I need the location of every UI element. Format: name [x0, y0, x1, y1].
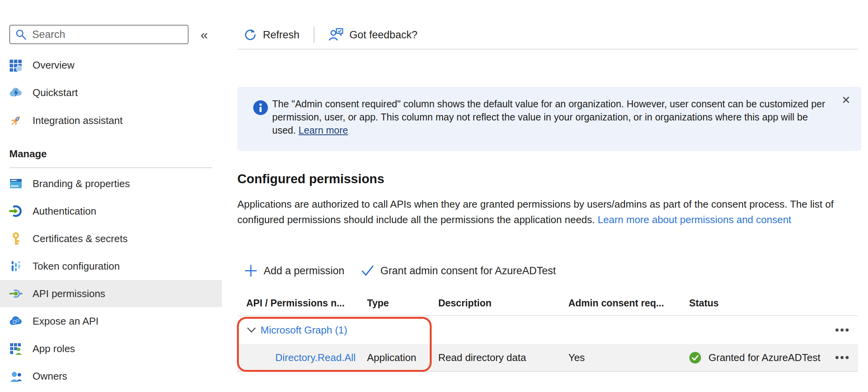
info-banner: The "Admin consent required" column show… [237, 87, 861, 151]
column-header-description[interactable]: Description [438, 297, 568, 309]
microsoft-graph-link[interactable]: Microsoft Graph (1) [261, 324, 347, 336]
feedback-icon [328, 28, 344, 42]
sidebar-item-branding[interactable]: www Branding & properties [0, 170, 222, 197]
status-badge: Granted for AzureADTest [708, 352, 820, 364]
command-bar: Refresh Got feedback? [243, 23, 417, 46]
page-title: Configured permissions [237, 170, 384, 187]
search-input[interactable] [9, 25, 189, 44]
sidebar-item-quickstart[interactable]: Quickstart [0, 79, 222, 106]
sidebar-item-label: Authentication [33, 205, 96, 217]
learn-more-link[interactable]: Learn more [298, 125, 348, 136]
permission-name-cell: Directory.Read.All [237, 352, 367, 364]
branding-icon: www [9, 177, 22, 190]
chevron-down-icon[interactable] [247, 327, 256, 334]
refresh-button[interactable]: Refresh [243, 28, 300, 42]
sidebar-item-app-roles[interactable]: App roles [0, 335, 222, 362]
sidebar-item-owners[interactable]: Owners [0, 363, 222, 390]
search-icon [15, 29, 27, 40]
sidebar-item-token-configuration[interactable]: Token configuration [0, 253, 222, 280]
sidebar-item-label: Token configuration [33, 260, 120, 272]
authentication-icon [9, 205, 22, 218]
sidebar-item-label: Quickstart [33, 87, 78, 99]
check-icon [361, 265, 375, 277]
expose-api-icon [9, 315, 22, 328]
table-group-row: Microsoft Graph (1) [237, 316, 858, 344]
sidebar-item-label: Branding & properties [33, 178, 130, 190]
sidebar-item-expose-an-api[interactable]: Expose an API [0, 308, 222, 335]
sidebar-item-label: Expose an API [33, 315, 99, 327]
table-actions: Add a permission Grant admin consent for… [244, 260, 556, 281]
got-feedback-button[interactable]: Got feedback? [328, 28, 418, 42]
main-content: Refresh Got feedback? The " [222, 0, 868, 392]
sidebar-item-authentication[interactable]: Authentication [0, 198, 222, 225]
permissions-table: API / Permissions n... Type Description … [237, 291, 858, 372]
quickstart-icon [9, 86, 22, 99]
group-cell: Microsoft Graph (1) [237, 324, 829, 336]
row-more-options-button[interactable] [829, 344, 858, 371]
grant-admin-consent-button[interactable]: Grant admin consent for AzureADTest [361, 265, 556, 277]
refresh-label: Refresh [263, 29, 300, 41]
table-row: Directory.Read.All Application Read dire… [237, 344, 858, 372]
certificates-icon [9, 232, 22, 245]
permissions-description: Applications are authorized to call APIs… [237, 196, 835, 227]
app-roles-icon [9, 342, 22, 355]
toolbar-separator [314, 27, 314, 43]
column-header-admin-consent[interactable]: Admin consent req... [568, 297, 689, 309]
app-window: « Overview Quickstart [0, 0, 868, 392]
granted-check-icon [689, 352, 701, 364]
sidebar-item-label: Integration assistant [33, 115, 123, 127]
sidebar-item-label: API permissions [33, 288, 105, 300]
more-options-icon [835, 356, 839, 359]
column-header-api-permissions-name[interactable]: API / Permissions n... [237, 297, 367, 309]
info-banner-text: The "Admin consent required" column show… [272, 98, 825, 136]
api-permissions-icon [9, 287, 22, 300]
grant-admin-consent-label: Grant admin consent for AzureADTest [381, 265, 556, 277]
search-field[interactable] [31, 28, 188, 41]
add-permission-button[interactable]: Add a permission [244, 264, 345, 278]
sidebar-item-label: Certificates & secrets [33, 233, 128, 245]
token-configuration-icon [9, 260, 22, 273]
refresh-icon [243, 28, 257, 42]
sidebar-item-label: Overview [33, 59, 74, 71]
more-options-icon [835, 328, 839, 332]
plus-icon [244, 264, 258, 278]
info-banner-message: The "Admin consent required" column show… [272, 97, 834, 137]
close-icon[interactable]: ✕ [842, 94, 851, 107]
sidebar-item-label: Owners [33, 370, 67, 382]
integration-assistant-icon [9, 114, 22, 127]
sidebar-item-integration-assistant[interactable]: Integration assistant [0, 107, 222, 134]
overview-icon [9, 58, 22, 72]
permission-link[interactable]: Directory.Read.All [275, 352, 356, 363]
svg-text:www: www [10, 184, 19, 188]
table-header-row: API / Permissions n... Type Description … [237, 291, 858, 316]
toolbar-divider [237, 49, 858, 50]
info-icon [253, 100, 268, 115]
permission-description-cell: Read directory data [438, 352, 568, 364]
owners-icon [9, 370, 22, 383]
sidebar-item-label: App roles [33, 343, 75, 355]
sidebar-item-overview[interactable]: Overview [0, 52, 222, 79]
column-header-status[interactable]: Status [689, 297, 829, 309]
column-header-type[interactable]: Type [367, 297, 438, 309]
sidebar-item-api-permissions[interactable]: API permissions [0, 280, 222, 307]
sidebar-divider [9, 167, 212, 168]
sidebar-item-certificates[interactable]: Certificates & secrets [0, 225, 222, 252]
permission-type-cell: Application [367, 352, 438, 364]
group-more-options-button[interactable] [829, 316, 858, 344]
learn-more-permissions-link[interactable]: Learn more about permissions and consent [598, 214, 791, 225]
status-cell: Granted for AzureADTest [689, 352, 829, 364]
admin-consent-required-cell: Yes [568, 352, 689, 364]
sidebar: « Overview Quickstart [0, 0, 222, 392]
feedback-label: Got feedback? [350, 29, 418, 41]
sidebar-collapse-button[interactable]: « [201, 26, 208, 43]
add-permission-label: Add a permission [264, 265, 345, 277]
sidebar-section-manage: Manage [9, 148, 47, 160]
